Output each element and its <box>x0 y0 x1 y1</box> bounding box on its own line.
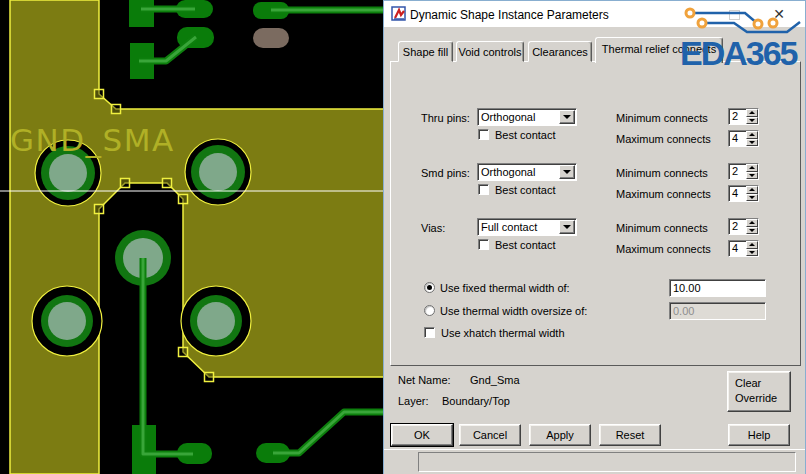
via-bottom-right[interactable] <box>181 286 251 356</box>
net-name-value: Gnd_Sma <box>470 374 520 386</box>
smd-min-label: Minimum connects <box>616 167 708 179</box>
dropdown-arrow-icon[interactable] <box>559 110 575 124</box>
spinner-down-icon[interactable] <box>746 172 758 180</box>
vias-label: Vias: <box>421 222 445 234</box>
cancel-button[interactable]: Cancel <box>459 424 521 446</box>
reset-button[interactable]: Reset <box>599 424 661 446</box>
tab-shape-fill[interactable]: Shape fill <box>398 41 453 62</box>
tab-thermal-relief-connects[interactable]: Thermal relief connects <box>595 37 723 63</box>
spinner-down-icon[interactable] <box>746 117 758 125</box>
vias-best-contact-label: Best contact <box>495 239 556 251</box>
spinner-up-icon[interactable] <box>746 186 758 194</box>
smd-pins-value: Orthogonal <box>478 166 559 178</box>
tab-panel <box>390 61 801 366</box>
thru-min-value: 2 <box>729 109 746 124</box>
dialog-statusbar <box>384 449 805 474</box>
vias-min-label: Minimum connects <box>616 222 708 234</box>
spinner-down-icon[interactable] <box>746 139 758 147</box>
selection-handle <box>121 179 130 188</box>
thru-pins-dropdown[interactable]: Orthogonal <box>477 108 577 126</box>
thru-best-contact-checkbox[interactable] <box>478 129 489 140</box>
smd-max-value: 4 <box>729 186 746 201</box>
selection-handle <box>179 195 188 204</box>
oversize-label: Use thermal width oversize of: <box>440 305 587 317</box>
oversize-input <box>669 302 766 320</box>
smd-max-label: Maximum connects <box>616 188 711 200</box>
vias-min-spinner[interactable]: 2 <box>728 218 759 235</box>
smd-pins-label: Smd pins: <box>421 167 470 179</box>
via-top-right[interactable] <box>185 139 251 205</box>
vias-best-contact-checkbox[interactable] <box>478 239 489 250</box>
smd-best-contact-checkbox[interactable] <box>478 184 489 195</box>
smd-max-spinner[interactable]: 4 <box>728 185 759 202</box>
thru-max-value: 4 <box>729 131 746 146</box>
tab-void-controls[interactable]: Void controls <box>456 41 524 62</box>
tab-clearances[interactable]: Clearances <box>528 41 592 62</box>
help-button[interactable]: Help <box>728 424 790 446</box>
unconnected-pad <box>253 28 289 48</box>
layer-label: Layer: <box>398 395 429 407</box>
vias-max-value: 4 <box>729 241 746 256</box>
thru-pins-value: Orthogonal <box>478 111 559 123</box>
vias-dropdown[interactable]: Full contact <box>477 218 577 236</box>
vias-min-value: 2 <box>729 219 746 234</box>
thru-max-spinner[interactable]: 4 <box>728 130 759 147</box>
smd-pins-dropdown[interactable]: Orthogonal <box>477 163 577 181</box>
fixed-width-label: Use fixed thermal width of: <box>440 282 570 294</box>
spinner-down-icon[interactable] <box>746 194 758 202</box>
status-message-field <box>418 452 796 472</box>
via-bottom-left[interactable] <box>32 286 102 356</box>
selection-handle <box>205 373 214 382</box>
dialog-titlebar[interactable]: Dynamic Shape Instance Parameters ✕ <box>384 1 805 27</box>
fixed-width-radio[interactable] <box>424 282 435 293</box>
fixed-width-input[interactable] <box>669 279 766 297</box>
dropdown-arrow-icon[interactable] <box>559 165 575 179</box>
vias-value: Full contact <box>478 221 559 233</box>
net-name-label: Net Name: <box>398 374 451 386</box>
selection-handle <box>163 179 172 188</box>
spinner-up-icon[interactable] <box>746 241 758 249</box>
smd-min-spinner[interactable]: 2 <box>728 163 759 180</box>
selection-handle <box>112 105 121 114</box>
spinner-down-icon[interactable] <box>746 249 758 257</box>
thru-pins-label: Thru pins: <box>421 112 470 124</box>
spinner-up-icon[interactable] <box>746 164 758 172</box>
selection-handle <box>179 348 188 357</box>
spinner-up-icon[interactable] <box>746 219 758 227</box>
app-screen: GND_SMA Dynamic Shape Instance Parameter… <box>0 0 806 474</box>
spinner-down-icon[interactable] <box>746 227 758 235</box>
dynamic-shape-dialog: Dynamic Shape Instance Parameters ✕ EDA3… <box>383 0 806 474</box>
thru-min-spinner[interactable]: 2 <box>728 108 759 125</box>
thru-min-label: Minimum connects <box>616 112 708 124</box>
vias-max-spinner[interactable]: 4 <box>728 240 759 257</box>
apply-button[interactable]: Apply <box>529 424 591 446</box>
ok-button[interactable]: OK <box>391 424 453 446</box>
clear-override-button[interactable]: Clear Override <box>727 371 791 412</box>
close-icon[interactable]: ✕ <box>770 5 788 23</box>
oversize-radio[interactable] <box>424 305 435 316</box>
smd-best-contact-label: Best contact <box>495 184 556 196</box>
net-label: GND_SMA <box>10 122 175 158</box>
maximize-icon[interactable] <box>729 10 740 20</box>
smd-min-value: 2 <box>729 164 746 179</box>
dropdown-arrow-icon[interactable] <box>559 220 575 234</box>
app-icon <box>391 6 407 22</box>
thru-best-contact-label: Best contact <box>495 129 556 141</box>
dialog-title: Dynamic Shape Instance Parameters <box>410 8 609 22</box>
thru-max-label: Maximum connects <box>616 133 711 145</box>
selection-handle <box>95 205 104 214</box>
selection-handle <box>95 90 104 99</box>
spinner-up-icon[interactable] <box>746 109 758 117</box>
layer-value: Boundary/Top <box>442 395 510 407</box>
spinner-up-icon[interactable] <box>746 131 758 139</box>
xhatch-checkbox[interactable] <box>424 327 435 338</box>
xhatch-label: Use xhatch thermal width <box>441 327 565 339</box>
vias-max-label: Maximum connects <box>616 243 711 255</box>
